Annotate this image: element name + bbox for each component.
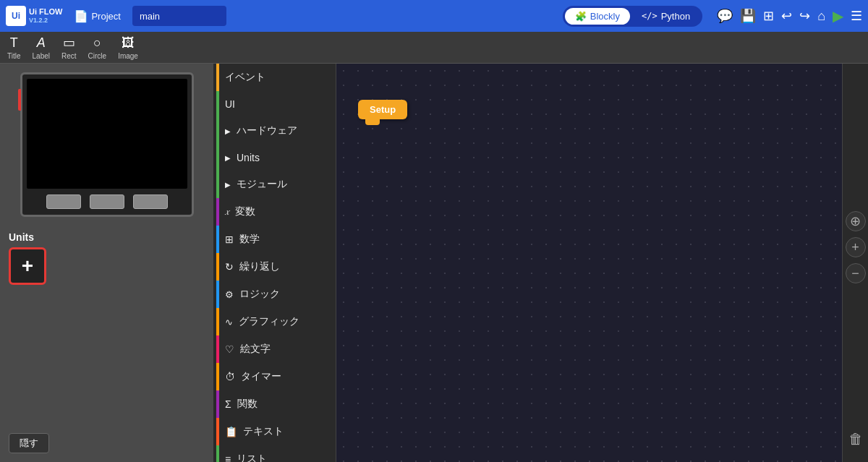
graphic-label: グラフィック (239, 315, 299, 328)
undo-button[interactable]: ↩ (781, 8, 792, 24)
math-icon: ⊞ (225, 234, 234, 245)
logic-icon: ⚙ (225, 289, 234, 300)
units-menu-label: Units (237, 152, 260, 163)
rect-icon: ▭ (63, 35, 75, 51)
rect-label: Rect (61, 52, 77, 60)
menu-item-module[interactable]: ▶ モジュール (213, 171, 336, 198)
toolbar-image[interactable]: 🖼 Image (118, 35, 138, 60)
text-label: テキスト (243, 425, 284, 438)
image-label: Image (118, 52, 138, 60)
tab-blockly[interactable]: 🧩 Blockly (565, 8, 630, 25)
menu-item-emoji[interactable]: ♡ 絵文字 (213, 335, 336, 363)
hide-button[interactable]: 隠す (9, 433, 49, 453)
menu-item-logic[interactable]: ⚙ ロジック (213, 281, 336, 308)
header: Ui Ui FLOW V1.2.2 📄 Project 🧩 Blockly </… (0, 0, 868, 32)
emoji-icon: ♡ (225, 343, 234, 355)
title-icon: T (10, 35, 18, 51)
app-name: Ui FLOW (29, 7, 62, 17)
main-input[interactable] (132, 6, 226, 26)
title-label: Title (7, 52, 21, 60)
device-btn-2[interactable] (90, 194, 124, 209)
units-add-button[interactable]: + (9, 247, 46, 285)
block-menu: イベント UI ▶ ハードウェア ▶ Units ▶ モジュール 𝑥 (213, 64, 336, 462)
loop-label: 繰り返し (239, 260, 280, 273)
toolbar-rect[interactable]: ▭ Rect (61, 35, 77, 60)
list-label: リスト (237, 453, 267, 462)
logic-label: ロジック (239, 288, 280, 301)
redo-button[interactable]: ↪ (799, 8, 810, 24)
device-screen (27, 79, 187, 189)
blockly-icon: 🧩 (575, 11, 587, 22)
graphic-icon: ∿ (225, 317, 233, 328)
chat-button[interactable]: 💬 (717, 8, 733, 24)
crosshair-button[interactable]: ⊕ (846, 211, 866, 231)
python-label: Python (661, 11, 690, 22)
units-triangle-icon: ▶ (225, 154, 231, 162)
function-label: 関数 (237, 398, 258, 411)
menu-item-math[interactable]: ⊞ 数学 (213, 226, 336, 253)
right-tools: ⊕ + − 🗑 (842, 64, 868, 462)
menu-item-event[interactable]: イベント (213, 64, 336, 91)
logo-icon: Ui (6, 6, 26, 26)
menu-item-units[interactable]: ▶ Units (213, 145, 336, 171)
units-label: Units (9, 231, 205, 243)
event-label: イベント (225, 71, 265, 84)
circle-icon: ○ (93, 35, 101, 51)
device-buttons (22, 189, 192, 215)
menu-item-hardware[interactable]: ▶ ハードウェア (213, 117, 336, 145)
math-label: 数学 (239, 233, 260, 246)
home-button[interactable]: ⌂ (817, 9, 825, 24)
python-icon: </> (642, 11, 658, 21)
device-btn-1[interactable] (46, 194, 81, 209)
menu-item-text[interactable]: 📋 テキスト (213, 418, 336, 445)
device-side-bar (18, 89, 21, 111)
device-btn-3[interactable] (133, 194, 168, 209)
menu-item-loop[interactable]: ↻ 繰り返し (213, 253, 336, 281)
menu-item-ui[interactable]: UI (213, 91, 336, 117)
plus-icon: + (22, 254, 33, 278)
run-button[interactable]: ▶ (833, 7, 843, 25)
zoom-out-button[interactable]: − (846, 263, 866, 283)
setup-label: Setup (370, 104, 396, 115)
menu-button[interactable]: ☰ (851, 8, 862, 24)
timer-label: タイマー (241, 370, 281, 383)
toolbar-label[interactable]: A Label (33, 35, 50, 60)
variable-icon: 𝑥 (225, 206, 229, 218)
toolbar: T Title A Label ▭ Rect ○ Circle 🖼 Image (0, 32, 868, 64)
zoom-in-button[interactable]: + (846, 237, 866, 257)
emoji-label: 絵文字 (240, 343, 271, 356)
menu-item-variable[interactable]: 𝑥 変数 (213, 198, 336, 226)
menu-item-graphic[interactable]: ∿ グラフィック (213, 308, 336, 335)
menu-item-function[interactable]: Σ 関数 (213, 390, 336, 418)
toolbar-title[interactable]: T Title (7, 35, 21, 60)
module-triangle-icon: ▶ (225, 181, 231, 189)
grid-button[interactable]: ⊞ (763, 8, 774, 24)
function-icon: Σ (225, 398, 231, 410)
circle-label: Circle (88, 52, 107, 60)
hardware-triangle-icon: ▶ (225, 127, 231, 135)
label-icon: A (37, 35, 46, 51)
units-section: Units + (0, 226, 213, 291)
app-version: V1.2.2 (29, 17, 62, 25)
canvas-area[interactable]: Setup (336, 64, 842, 462)
device-preview (0, 64, 213, 226)
device-frame (20, 72, 194, 217)
app-logo: Ui Ui FLOW V1.2.2 (6, 6, 62, 26)
loop-icon: ↻ (225, 261, 234, 273)
mode-tabs: 🧩 Blockly </> Python (563, 6, 702, 27)
ui-label: UI (225, 98, 235, 110)
toolbar-circle[interactable]: ○ Circle (88, 35, 107, 60)
list-icon: ≡ (225, 453, 231, 462)
menu-item-list[interactable]: ≡ リスト (213, 445, 336, 462)
menu-item-timer[interactable]: ⏱ タイマー (213, 363, 336, 390)
hardware-label: ハードウェア (237, 124, 297, 137)
project-label: Project (91, 11, 120, 22)
save-button[interactable]: 💾 (740, 8, 756, 24)
tab-python[interactable]: </> Python (631, 8, 700, 25)
project-section: 📄 Project (68, 9, 126, 23)
blockly-label: Blockly (590, 11, 620, 22)
trash-button[interactable]: 🗑 (848, 431, 863, 448)
setup-block[interactable]: Setup (358, 100, 407, 119)
left-panel: Units + 隠す (0, 64, 213, 462)
variable-label: 変数 (235, 205, 255, 218)
